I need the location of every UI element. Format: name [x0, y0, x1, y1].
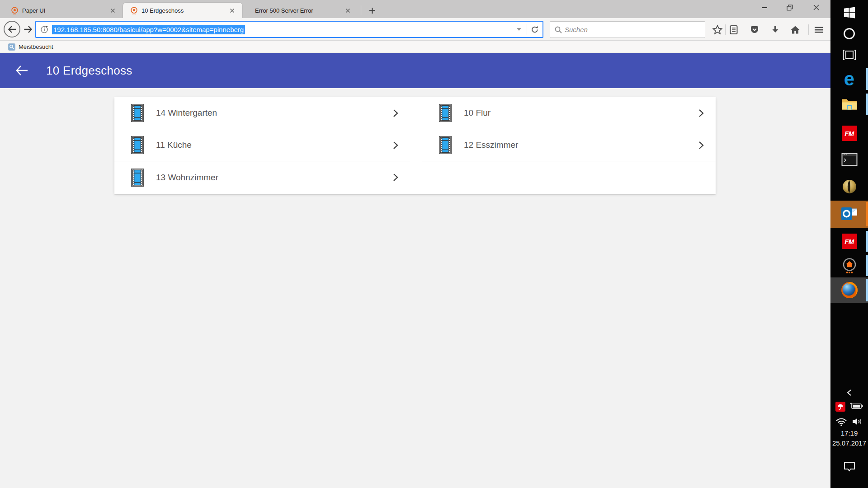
search-input[interactable]: [565, 26, 705, 33]
task-view-button[interactable]: [830, 45, 868, 65]
page-title: 10 Erdgeschoss: [46, 64, 132, 78]
list-item-wohnzimmer[interactable]: 13 Wohnzimmer: [114, 161, 410, 193]
taskbar-command-prompt[interactable]: [830, 147, 868, 172]
taskbar-file-explorer[interactable]: [830, 92, 868, 117]
tab-paper-ui[interactable]: Paper UI: [4, 3, 123, 18]
reload-button[interactable]: [527, 25, 542, 33]
clock-time[interactable]: 17:19: [830, 429, 868, 437]
close-icon: [813, 5, 819, 10]
forward-arrow-icon: [24, 25, 33, 33]
url-text-selected[interactable]: 192.168.185.50:8080/basicui/app?w=0002&s…: [52, 25, 245, 34]
firefox-window: Paper UI 10 Erdgeschoss Error 500 Server…: [0, 0, 830, 488]
action-center-button[interactable]: [830, 456, 868, 476]
action-center-icon: [843, 460, 856, 472]
bookmarks-bar: Meistbesucht: [0, 41, 830, 53]
url-history-dropdown-icon[interactable]: [517, 28, 521, 31]
item-label: 12 Esszimmer: [464, 140, 698, 150]
taskbar-outlook[interactable]: [830, 201, 868, 228]
list-item-wintergarten[interactable]: 14 Wintergarten: [114, 97, 410, 129]
tab-close-icon[interactable]: [343, 5, 353, 15]
cortana-button[interactable]: [830, 23, 868, 43]
running-indicator: [866, 231, 868, 252]
window-close-button[interactable]: [806, 0, 826, 15]
clipboard-list-icon: [729, 25, 739, 35]
tab-erdgeschoss[interactable]: 10 Erdgeschoss: [123, 3, 242, 18]
tab-title: Paper UI: [22, 7, 104, 14]
openhab-favicon: [130, 7, 138, 14]
tab-title: 10 Erdgeschoss: [142, 7, 223, 14]
pocket-icon: [750, 25, 760, 35]
forward-button[interactable]: [23, 25, 33, 34]
url-bar[interactable]: 192.168.185.50:8080/basicui/app?w=0002&s…: [35, 21, 543, 38]
rollershutter-icon: [131, 136, 144, 154]
reload-icon: [531, 25, 539, 33]
start-button[interactable]: [830, 3, 868, 23]
wifi-tray-icon[interactable]: [835, 417, 847, 428]
hamburger-icon: [814, 25, 823, 34]
site-identity-icon[interactable]: [40, 25, 48, 33]
window-minimize-button[interactable]: [754, 0, 775, 15]
toolbar-divider: [725, 24, 726, 35]
list-item-flur[interactable]: 10 Flur: [422, 97, 716, 129]
tab-close-icon[interactable]: [227, 5, 237, 15]
speaker-glyph: [851, 417, 863, 426]
download-icon: [770, 25, 780, 35]
taskbar-edge[interactable]: e: [830, 67, 868, 91]
openhab-favicon: [11, 7, 19, 14]
back-arrow-icon: [15, 65, 28, 76]
tab-error-500[interactable]: Error 500 Server Error: [244, 3, 358, 18]
fm-app-icon: FM: [842, 126, 857, 141]
urlbar-right-controls: [511, 22, 542, 37]
battery-tray-icon[interactable]: [849, 402, 863, 412]
chevron-left-icon: [846, 389, 853, 396]
clock-date[interactable]: 25.07.2017: [830, 439, 868, 447]
home-icon: [790, 25, 801, 35]
chevron-right-icon: [393, 109, 398, 117]
back-button[interactable]: [4, 21, 20, 38]
navigation-toolbar: 192.168.185.50:8080/basicui/app?w=0002&s…: [0, 18, 830, 41]
tab-close-icon[interactable]: [108, 5, 118, 15]
menu-button[interactable]: [813, 24, 825, 36]
back-arrow-icon: [8, 25, 17, 33]
item-label: 13 Wohnzimmer: [156, 173, 393, 183]
item-label: 14 Wintergarten: [156, 108, 393, 118]
restore-icon: [787, 5, 793, 11]
windows-logo-icon: [843, 6, 856, 19]
list-item-esszimmer[interactable]: 12 Esszimmer: [422, 129, 716, 161]
list-item-kueche[interactable]: 11 Küche: [114, 129, 410, 161]
search-box[interactable]: [550, 21, 705, 38]
running-indicator: [866, 94, 868, 115]
bookmark-most-visited[interactable]: Meistbesucht: [5, 42, 56, 52]
bookmark-star-button[interactable]: [712, 24, 723, 36]
task-view-icon: [843, 49, 856, 61]
window-restore-button[interactable]: [779, 0, 800, 15]
edge-icon: e: [844, 70, 854, 89]
taskbar-gold-orb-app[interactable]: [830, 175, 868, 198]
taskbar-fm-app-1[interactable]: FM: [830, 122, 868, 145]
chevron-right-icon: [393, 141, 398, 150]
openhab-icon: [841, 257, 858, 274]
tab-bar: Paper UI 10 Erdgeschoss Error 500 Server…: [0, 0, 830, 18]
running-indicator: [866, 279, 868, 301]
taskbar-fm-app-2[interactable]: FM: [830, 230, 868, 253]
taskbar-openhab[interactable]: [830, 254, 868, 277]
pocket-button[interactable]: [749, 24, 760, 36]
home-button[interactable]: [789, 24, 801, 36]
new-tab-button[interactable]: [365, 5, 379, 16]
library-button[interactable]: [728, 24, 740, 36]
tray-row-2: [830, 415, 868, 430]
taskbar-firefox[interactable]: [830, 277, 868, 303]
sitemap-back-button[interactable]: [13, 61, 31, 80]
command-prompt-icon: [841, 153, 858, 166]
volume-tray-icon[interactable]: [851, 417, 863, 428]
plus-icon: [369, 7, 376, 14]
avira-tray-icon[interactable]: [835, 402, 845, 412]
fm-app-icon: FM: [842, 234, 857, 249]
attention-indicator: [866, 202, 868, 226]
sitemap-header: 10 Erdgeschoss: [0, 53, 830, 88]
toolbar-divider: [808, 24, 809, 35]
rollershutter-icon: [131, 169, 144, 187]
downloads-button[interactable]: [769, 24, 781, 36]
show-hidden-icons-button[interactable]: [830, 385, 868, 400]
file-explorer-icon: [841, 97, 858, 112]
